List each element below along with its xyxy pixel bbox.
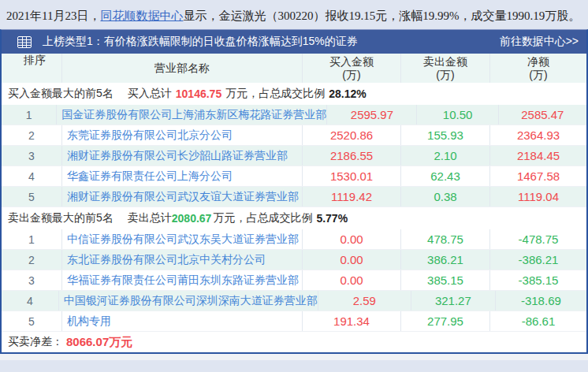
sell-amount-cell: 386.21 — [400, 250, 489, 270]
col-header-buy-amount: 买入金额(万) — [302, 54, 400, 83]
broker-name-link[interactable]: 中国银河证券股份有限公司深圳深南大道证券营业部 — [64, 294, 318, 308]
table-row: 4 中国银河证券股份有限公司深圳深南大道证券营业部 2.59 321.27 -3… — [2, 291, 586, 311]
table-column-header: 排序 营业部名称 买入金额(万) 卖出金额(万) 净额(万) — [2, 54, 586, 83]
net-difference-label: 买卖净差： — [8, 335, 63, 349]
broker-name-link[interactable]: 湘财证券股份有限公司长沙韶山路证券营业部 — [67, 149, 288, 163]
sell-amount-cell: 385.15 — [400, 270, 489, 290]
col-header-net-amount: 净额(万) — [489, 54, 586, 83]
broker-name-link[interactable]: 东北证券股份有限公司北京中关村分公司 — [67, 253, 266, 267]
buy-amount-cell: 1530.01 — [302, 166, 400, 186]
rank-cell: 2 — [2, 125, 61, 145]
net-amount-cell: -385.15 — [489, 270, 586, 290]
net-amount-cell: 2364.93 — [489, 125, 586, 145]
table-row: 3 华福证券有限责任公司莆田东圳东路证券营业部 0.00 385.15 -385… — [2, 270, 586, 291]
sell-total-label: 卖出总计 — [128, 211, 172, 225]
sell-total-value: 2080.67 — [172, 212, 212, 225]
broker-name-link[interactable]: 东莞证券股份有限公司北京分公司 — [67, 128, 233, 143]
col-header-sell-amount: 卖出金额(万) — [400, 54, 489, 83]
sell-amount-cell: 62.43 — [400, 166, 489, 186]
table-row: 5 湘财证券股份有限公司武汉友谊大道证券营业部 1119.42 0.38 111… — [2, 187, 586, 207]
sell-amount-cell: 277.95 — [400, 311, 489, 331]
broker-name-link[interactable]: 机构专用 — [67, 314, 111, 329]
buy-amount-cell: 1119.42 — [302, 187, 400, 206]
net-amount-cell: 2585.47 — [498, 105, 586, 125]
rank-cell: 3 — [2, 270, 61, 290]
rank-cell: 4 — [2, 166, 61, 186]
buy-rows-group: 1 国金证券股份有限公司上海浦东新区梅花路证券营业部 2595.97 10.50… — [2, 105, 586, 207]
intro-text: 2021年11月23日，同花顺数据中心显示，金运激光（300220）报收19.1… — [0, 0, 588, 28]
net-amount-cell: 1467.58 — [489, 166, 586, 186]
rank-cell: 2 — [2, 250, 61, 270]
sell-rows-group: 1 中信证券股份有限公司武汉东吴大道证券营业部 0.00 478.75 -478… — [2, 229, 586, 332]
intro-rest: 显示，金运激光（300220）报收19.15元，涨幅19.99%，成交量1990… — [183, 9, 580, 22]
rank-cell: 3 — [2, 146, 61, 166]
table-row: 2 东北证券股份有限公司北京中关村分公司 0.00 386.21 -386.21 — [2, 250, 586, 270]
buy-total-value: 10146.75 — [176, 87, 221, 100]
page-bottom-strip — [0, 354, 588, 360]
rank-cell: 1 — [2, 229, 61, 249]
net-amount-cell: 2184.45 — [489, 146, 586, 166]
rank-cell: 5 — [2, 311, 61, 331]
buy-amount-cell: 2186.55 — [302, 146, 400, 166]
buy-amount-cell: 0.00 — [302, 250, 400, 270]
net-amount-cell: -86.61 — [489, 311, 586, 331]
sell-total-suffix: 万元，占总成交比例 — [213, 211, 312, 225]
buy-amount-cell: 2595.97 — [326, 105, 416, 125]
buy-amount-cell: 2520.86 — [302, 125, 400, 145]
table-row: 1 中信证券股份有限公司武汉东吴大道证券营业部 0.00 478.75 -478… — [2, 229, 586, 250]
table-row: 2 东莞证券股份有限公司北京分公司 2520.86 155.93 2364.93 — [2, 125, 586, 146]
broker-name-link[interactable]: 中信证券股份有限公司武汉东吴大道证券营业部 — [67, 232, 299, 247]
buy-total-label: 买入总计 — [128, 87, 172, 101]
sell-amount-cell: 2.10 — [400, 146, 489, 166]
table-row: 5 机构专用 191.34 277.95 -86.61 — [2, 311, 586, 332]
buy-section-label: 买入金额最大的前5名 — [8, 87, 114, 101]
table-row: 4 华鑫证券有限责任公司上海分公司 1530.01 62.43 1467.58 — [2, 166, 586, 187]
net-amount-cell: -386.21 — [489, 250, 586, 270]
buy-ratio-value: 28.12% — [329, 87, 366, 100]
buy-amount-cell: 2.59 — [318, 291, 411, 311]
sell-section-label: 卖出金额最大的前5名 — [8, 211, 114, 225]
net-difference: 买卖净差： 8066.07万元 — [2, 332, 586, 352]
rank-cell: 5 — [2, 187, 61, 206]
sell-ratio-value: 5.77% — [316, 212, 348, 225]
table-grid-icon — [17, 36, 32, 48]
buy-amount-cell: 191.34 — [302, 311, 400, 331]
buy-total-suffix: 万元，占总成交比例 — [225, 87, 325, 101]
listing-panel: 上榜类型1：有价格涨跌幅限制的日收盘价格涨幅达到15%的证券 前往数据中心>> … — [0, 29, 588, 354]
goto-data-center-link[interactable]: 前往数据中心>> — [500, 35, 579, 49]
sell-section-summary: 卖出金额最大的前5名 卖出总计 2080.67 万元，占总成交比例 5.77% — [2, 207, 586, 229]
ths-data-center-link[interactable]: 同花顺数据中心 — [100, 9, 183, 22]
sell-amount-cell: 10.50 — [416, 105, 497, 125]
broker-name-link[interactable]: 国金证券股份有限公司上海浦东新区梅花路证券营业部 — [61, 108, 326, 122]
sell-amount-cell: 478.75 — [400, 229, 489, 249]
broker-name-link[interactable]: 湘财证券股份有限公司武汉友谊大道证券营业部 — [67, 190, 299, 204]
panel-header: 上榜类型1：有价格涨跌幅限制的日收盘价格涨幅达到15%的证券 前往数据中心>> — [2, 30, 586, 54]
sell-amount-cell: 155.93 — [400, 125, 489, 145]
broker-name-link[interactable]: 华鑫证券有限责任公司上海分公司 — [67, 169, 233, 184]
broker-name-link[interactable]: 华福证券有限责任公司莆田东圳东路证券营业部 — [67, 273, 299, 288]
panel-title: 上榜类型1：有价格涨跌幅限制的日收盘价格涨幅达到15%的证券 — [43, 35, 500, 49]
net-amount-cell: 1119.04 — [489, 187, 586, 206]
sell-amount-cell: 321.27 — [411, 291, 495, 311]
rank-cell: 1 — [2, 105, 56, 125]
table-row: 1 国金证券股份有限公司上海浦东新区梅花路证券营业部 2595.97 10.50… — [2, 105, 586, 125]
rank-cell: 4 — [2, 291, 58, 311]
intro-date: 2021年11月23日， — [6, 9, 100, 22]
net-amount-cell: -318.69 — [495, 291, 586, 311]
sell-amount-cell: 0.38 — [400, 187, 489, 206]
net-amount-cell: -478.75 — [489, 229, 586, 249]
net-difference-value: 8066.07万元 — [66, 335, 132, 350]
buy-section-summary: 买入金额最大的前5名 买入总计 10146.75 万元，占总成交比例 28.12… — [2, 83, 586, 105]
col-header-rank: 排序 — [2, 54, 61, 83]
buy-amount-cell: 0.00 — [302, 270, 400, 290]
col-header-broker-name: 营业部名称 — [61, 54, 302, 83]
table-row: 3 湘财证券股份有限公司长沙韶山路证券营业部 2186.55 2.10 2184… — [2, 146, 586, 166]
buy-amount-cell: 0.00 — [302, 229, 400, 249]
